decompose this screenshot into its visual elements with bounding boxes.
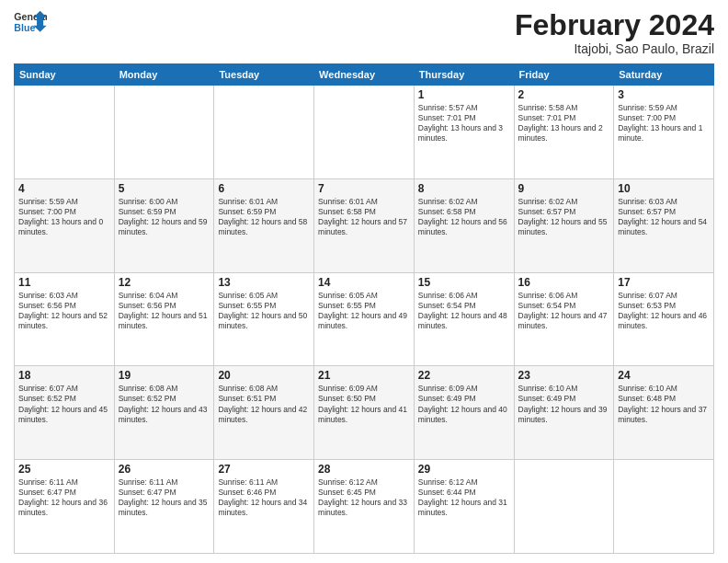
day-info: Sunrise: 6:07 AMSunset: 6:52 PMDaylight:…	[18, 384, 110, 424]
calendar-cell: 27Sunrise: 6:11 AMSunset: 6:46 PMDayligh…	[214, 460, 314, 554]
day-info: Sunrise: 6:06 AMSunset: 6:54 PMDaylight:…	[418, 291, 510, 331]
day-info: Sunrise: 6:10 AMSunset: 6:48 PMDaylight:…	[618, 384, 710, 424]
day-info: Sunrise: 6:12 AMSunset: 6:45 PMDaylight:…	[318, 477, 410, 518]
weekday-header: Wednesday	[314, 64, 415, 86]
day-info: Sunrise: 6:11 AMSunset: 6:46 PMDaylight:…	[218, 477, 310, 518]
calendar-cell	[614, 460, 714, 554]
day-number: 28	[318, 463, 410, 476]
day-number: 25	[18, 463, 110, 476]
day-number: 13	[218, 276, 310, 289]
day-info: Sunrise: 6:08 AMSunset: 6:52 PMDaylight:…	[119, 384, 210, 424]
logo: General Blue	[14, 9, 47, 37]
day-info: Sunrise: 6:10 AMSunset: 6:49 PMDaylight:…	[518, 384, 610, 424]
calendar-cell: 2Sunrise: 5:58 AMSunset: 7:01 PMDaylight…	[514, 86, 614, 179]
calendar-cell: 14Sunrise: 6:05 AMSunset: 6:55 PMDayligh…	[314, 272, 415, 366]
day-info: Sunrise: 6:01 AMSunset: 6:59 PMDaylight:…	[218, 197, 310, 237]
header: General Blue February 2024 Itajobi, Sao …	[14, 9, 714, 56]
day-number: 22	[418, 369, 510, 382]
calendar-cell: 21Sunrise: 6:09 AMSunset: 6:50 PMDayligh…	[314, 366, 415, 460]
calendar-cell: 28Sunrise: 6:12 AMSunset: 6:45 PMDayligh…	[314, 460, 415, 554]
calendar-cell: 29Sunrise: 6:12 AMSunset: 6:44 PMDayligh…	[414, 460, 514, 554]
calendar-week-row: 25Sunrise: 6:11 AMSunset: 6:47 PMDayligh…	[15, 460, 714, 554]
day-number: 19	[119, 369, 210, 382]
day-number: 7	[318, 182, 410, 195]
svg-text:Blue: Blue	[14, 22, 35, 33]
day-info: Sunrise: 6:00 AMSunset: 6:59 PMDaylight:…	[119, 197, 210, 237]
day-info: Sunrise: 6:03 AMSunset: 6:56 PMDaylight:…	[18, 291, 110, 331]
day-number: 15	[418, 276, 510, 289]
calendar-cell: 15Sunrise: 6:06 AMSunset: 6:54 PMDayligh…	[414, 272, 514, 366]
calendar-cell	[514, 460, 614, 554]
calendar-cell: 12Sunrise: 6:04 AMSunset: 6:56 PMDayligh…	[114, 272, 214, 366]
calendar-cell: 3Sunrise: 5:59 AMSunset: 7:00 PMDaylight…	[614, 86, 714, 179]
calendar-cell: 20Sunrise: 6:08 AMSunset: 6:51 PMDayligh…	[214, 366, 314, 460]
day-info: Sunrise: 5:58 AMSunset: 7:01 PMDaylight:…	[518, 103, 610, 144]
day-info: Sunrise: 6:11 AMSunset: 6:47 PMDaylight:…	[18, 477, 110, 518]
calendar-cell	[114, 86, 214, 179]
day-info: Sunrise: 6:03 AMSunset: 6:57 PMDaylight:…	[618, 197, 710, 237]
calendar-cell: 8Sunrise: 6:02 AMSunset: 6:58 PMDaylight…	[414, 178, 514, 272]
calendar-cell: 26Sunrise: 6:11 AMSunset: 6:47 PMDayligh…	[114, 460, 214, 554]
day-number: 14	[318, 276, 410, 289]
day-info: Sunrise: 6:12 AMSunset: 6:44 PMDaylight:…	[418, 477, 510, 518]
day-number: 12	[119, 276, 210, 289]
calendar-cell: 10Sunrise: 6:03 AMSunset: 6:57 PMDayligh…	[614, 178, 714, 272]
day-number: 17	[618, 276, 710, 289]
day-number: 16	[518, 276, 610, 289]
weekday-header: Tuesday	[214, 64, 314, 86]
calendar-cell: 18Sunrise: 6:07 AMSunset: 6:52 PMDayligh…	[15, 366, 115, 460]
day-info: Sunrise: 6:05 AMSunset: 6:55 PMDaylight:…	[318, 291, 410, 331]
page: General Blue February 2024 Itajobi, Sao …	[0, 0, 728, 563]
day-number: 6	[218, 182, 310, 195]
calendar-cell: 1Sunrise: 5:57 AMSunset: 7:01 PMDaylight…	[414, 86, 514, 179]
title-block: February 2024 Itajobi, Sao Paulo, Brazil	[515, 9, 714, 56]
calendar-week-row: 18Sunrise: 6:07 AMSunset: 6:52 PMDayligh…	[15, 366, 714, 460]
weekday-header: Monday	[114, 64, 214, 86]
calendar-cell	[214, 86, 314, 179]
weekday-header: Friday	[514, 64, 614, 86]
day-info: Sunrise: 6:09 AMSunset: 6:50 PMDaylight:…	[318, 384, 410, 424]
calendar-cell: 7Sunrise: 6:01 AMSunset: 6:58 PMDaylight…	[314, 178, 415, 272]
calendar-cell	[314, 86, 415, 179]
day-number: 10	[618, 182, 710, 195]
calendar-week-row: 1Sunrise: 5:57 AMSunset: 7:01 PMDaylight…	[15, 86, 714, 179]
calendar-cell: 5Sunrise: 6:00 AMSunset: 6:59 PMDaylight…	[114, 178, 214, 272]
day-number: 20	[218, 369, 310, 382]
calendar-week-row: 11Sunrise: 6:03 AMSunset: 6:56 PMDayligh…	[15, 272, 714, 366]
day-info: Sunrise: 6:11 AMSunset: 6:47 PMDaylight:…	[119, 477, 210, 518]
calendar-cell: 17Sunrise: 6:07 AMSunset: 6:53 PMDayligh…	[614, 272, 714, 366]
day-number: 1	[418, 88, 510, 101]
weekday-header: Sunday	[15, 64, 115, 86]
calendar-cell: 6Sunrise: 6:01 AMSunset: 6:59 PMDaylight…	[214, 178, 314, 272]
day-info: Sunrise: 6:05 AMSunset: 6:55 PMDaylight:…	[218, 291, 310, 331]
day-info: Sunrise: 6:08 AMSunset: 6:51 PMDaylight:…	[218, 384, 310, 424]
day-number: 9	[518, 182, 610, 195]
day-number: 23	[518, 369, 610, 382]
calendar-cell	[15, 86, 115, 179]
day-info: Sunrise: 5:59 AMSunset: 7:00 PMDaylight:…	[18, 197, 110, 237]
weekday-header: Thursday	[414, 64, 514, 86]
day-info: Sunrise: 6:01 AMSunset: 6:58 PMDaylight:…	[318, 197, 410, 237]
day-info: Sunrise: 6:07 AMSunset: 6:53 PMDaylight:…	[618, 291, 710, 331]
day-number: 3	[618, 88, 710, 101]
calendar-table: SundayMondayTuesdayWednesdayThursdayFrid…	[14, 63, 714, 554]
day-info: Sunrise: 6:06 AMSunset: 6:54 PMDaylight:…	[518, 291, 610, 331]
calendar-cell: 22Sunrise: 6:09 AMSunset: 6:49 PMDayligh…	[414, 366, 514, 460]
day-info: Sunrise: 6:02 AMSunset: 6:58 PMDaylight:…	[418, 197, 510, 237]
day-number: 11	[18, 276, 110, 289]
day-number: 18	[18, 369, 110, 382]
calendar-cell: 24Sunrise: 6:10 AMSunset: 6:48 PMDayligh…	[614, 366, 714, 460]
day-number: 29	[418, 463, 510, 476]
calendar-cell: 25Sunrise: 6:11 AMSunset: 6:47 PMDayligh…	[15, 460, 115, 554]
weekday-header-row: SundayMondayTuesdayWednesdayThursdayFrid…	[15, 64, 714, 86]
calendar-cell: 9Sunrise: 6:02 AMSunset: 6:57 PMDaylight…	[514, 178, 614, 272]
weekday-header: Saturday	[614, 64, 714, 86]
day-info: Sunrise: 6:04 AMSunset: 6:56 PMDaylight:…	[119, 291, 210, 331]
day-number: 5	[119, 182, 210, 195]
day-info: Sunrise: 5:59 AMSunset: 7:00 PMDaylight:…	[618, 103, 710, 144]
location: Itajobi, Sao Paulo, Brazil	[515, 41, 714, 56]
day-number: 2	[518, 88, 610, 101]
calendar-cell: 13Sunrise: 6:05 AMSunset: 6:55 PMDayligh…	[214, 272, 314, 366]
day-info: Sunrise: 6:02 AMSunset: 6:57 PMDaylight:…	[518, 197, 610, 237]
day-number: 26	[119, 463, 210, 476]
